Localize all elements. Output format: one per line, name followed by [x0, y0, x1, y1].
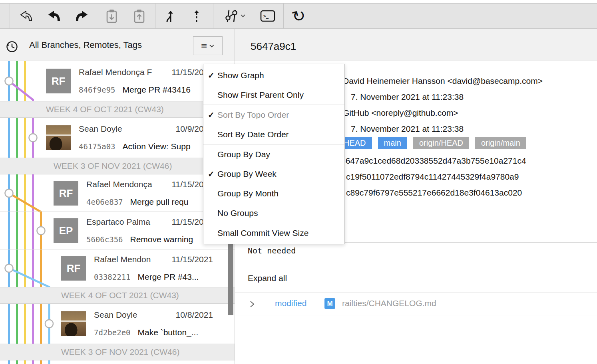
menu-item-sort-by-date-order[interactable]: Sort By Date Order — [203, 125, 344, 144]
commit-message: Remove warning — [130, 234, 193, 245]
group-header: WEEK 4 OF OCT 2021 (CW43) — [0, 101, 235, 118]
commit-message: Make `button_... — [138, 327, 199, 338]
menu-item-no-groups[interactable]: No Groups — [203, 203, 344, 223]
toolbar-separator — [283, 4, 284, 28]
branch-filter-label[interactable]: All Branches, Remotes, Tags — [29, 40, 142, 50]
avatar — [46, 125, 71, 150]
commit-row[interactable]: RF Rafael Mendon 11/15/2021 03382211 Mer… — [0, 249, 235, 287]
full-commit-hash: 5647a9c1ced68d20338552d47a3b755e10a271c4 — [341, 155, 526, 166]
author-name: Rafael Mendon — [94, 254, 161, 265]
menu-item-label: Show Graph — [217, 71, 264, 80]
menu-item-label: Group By Month — [217, 189, 279, 198]
commit-message-body: Not needed — [248, 245, 296, 256]
group-header-label: WEEK 4 OF OCT 2021 (CW43) — [46, 105, 164, 114]
chevron-right-icon[interactable] — [249, 301, 255, 308]
ref-badge-origin-main[interactable]: origin/main — [475, 137, 526, 149]
menu-item-label: Group By Day — [217, 150, 270, 159]
group-header: WEEK 4 OF OCT 2021 (CW43) — [0, 287, 235, 304]
graph-filter-button[interactable] — [222, 4, 248, 28]
commit-message: Merge PR #43416 — [123, 85, 191, 95]
graph-filter-icon — [223, 9, 247, 23]
file-path: railties/CHANGELOG.md — [342, 299, 436, 308]
expand-all-button[interactable]: Expand all — [248, 273, 287, 283]
commit-row[interactable]: Sean Doyle 10/9/2021 46175a03 Action Vie… — [0, 118, 235, 158]
checkmark-icon: ✓ — [208, 105, 215, 125]
redo-filled-icon — [74, 10, 89, 22]
group-header-label: WEEK 3 OF NOV 2021 (CW46) — [54, 161, 172, 171]
menu-item-sort-by-topo-order[interactable]: ✓ Sort By Topo Order — [203, 105, 344, 125]
avatar: RF — [54, 181, 78, 206]
dashed-up-arrow-icon — [192, 9, 201, 23]
menu-item-label: Sort By Date Order — [217, 130, 289, 139]
group-header: WEEK 3 OF NOV 2021 (CW46) — [0, 158, 235, 174]
clipboard-up-icon — [132, 8, 146, 24]
menu-item-label: Show First Parent Only — [217, 90, 304, 100]
merge-arrow-icon — [163, 9, 176, 23]
undo-button[interactable] — [45, 4, 64, 28]
file-status-label: modified — [275, 299, 306, 308]
ref-badge-main[interactable]: main — [378, 137, 407, 149]
ref-badges: HEAD main origin/HEAD origin/main — [338, 137, 526, 149]
author-line: David Heinemeier Hansson <david@basecamp… — [343, 75, 543, 86]
author-name: Rafael Mendonça F — [79, 67, 161, 77]
terminal-icon: >_ — [260, 10, 276, 22]
commit-row[interactable]: EP Espartaco Palma 11/15/2021 5606c356 R… — [0, 212, 235, 249]
discard-button[interactable] — [17, 4, 36, 28]
hamburger-icon: ≡ — [201, 41, 207, 51]
app-window: >_ ↻ All Branches, Remotes, Tags ≡ 5647a… — [0, 0, 597, 364]
menu-item-small-commit-view-size[interactable]: Small Commit View Size — [203, 223, 344, 243]
view-options-button[interactable]: ≡ — [193, 36, 223, 55]
committer-line: GitHub <noreply@github.com> — [343, 107, 458, 118]
toolbar-separator — [155, 4, 155, 28]
author-name: Rafael Mendonça — [86, 179, 161, 190]
commit-hash: 46175a03 — [79, 141, 115, 152]
menu-item-group-by-week[interactable]: ✓ Group By Week — [203, 164, 344, 184]
redo-button[interactable] — [72, 4, 91, 28]
menu-item-group-by-month[interactable]: Group By Month — [203, 184, 344, 203]
group-header-label: WEEK 4 OF OCT 2021 (CW43) — [61, 291, 179, 300]
commit-row[interactable]: Sean Doyle 10/8/2021 7d2be2e0 Make `butt… — [0, 304, 235, 344]
author-name: Sean Doyle — [79, 124, 161, 134]
group-header: WEEK 3 OF NOV 2021 (CW46) — [0, 344, 235, 360]
commit-title: 5647a9c1 — [251, 40, 296, 53]
menu-item-show-graph[interactable]: ✓ Show Graph — [203, 65, 344, 85]
clipboard-down-icon — [104, 8, 119, 24]
menu-item-label: No Groups — [217, 208, 258, 218]
author-name: Sean Doyle — [94, 310, 161, 320]
commit-row[interactable]: RF Rafael Mendonça 11/15/2021 4e06e837 M… — [0, 174, 235, 212]
menu-item-show-first-parent-only[interactable]: Show First Parent Only — [203, 85, 344, 105]
section-separator — [235, 315, 597, 315]
commit-date-line: 7. November 2021 at 11:23:38 — [351, 123, 464, 134]
menu-item-label: Group By Week — [217, 169, 277, 179]
ref-badge-origin-head[interactable]: origin/HEAD — [413, 137, 469, 149]
commit-hash: 7d2be2e0 — [94, 327, 131, 338]
avatar: RF — [46, 69, 71, 93]
commit-hash: 5606c356 — [86, 234, 123, 245]
refresh-button[interactable]: ↻ — [290, 4, 308, 28]
menu-item-group-by-day[interactable]: Group By Day — [203, 144, 344, 164]
commit-date: 10/8/2021 — [176, 310, 213, 320]
stash-pop-button[interactable] — [131, 4, 147, 28]
commit-date: 11/15/2021 — [171, 254, 213, 265]
stash-save-button[interactable] — [103, 4, 119, 28]
push-button[interactable] — [189, 4, 205, 28]
group-header-label: WEEK 3 OF NOV 2021 (CW46) — [61, 347, 179, 357]
refresh-icon: ↻ — [291, 6, 308, 25]
commit-row[interactable]: RF Rafael Mendonça F 11/15/2021 846f9e95… — [0, 61, 235, 101]
terminal-button[interactable]: >_ — [259, 4, 277, 28]
view-options-menu: ✓ Show Graph Show First Parent Only ✓ So… — [203, 64, 345, 244]
avatar: RF — [61, 256, 86, 281]
avatar — [61, 311, 86, 336]
toolbar-separator — [10, 4, 10, 28]
undo-filled-icon — [47, 10, 62, 22]
commit-hash: 03382211 — [94, 272, 131, 282]
commit-hash: 4e06e837 — [86, 197, 123, 207]
history-icon[interactable] — [4, 40, 19, 54]
svg-text:>_: >_ — [263, 14, 269, 19]
avatar: EP — [54, 218, 78, 243]
file-row[interactable]: modified M railties/CHANGELOG.md — [235, 293, 597, 315]
merge-button[interactable] — [161, 4, 177, 28]
commit-message: Merge PR #43... — [138, 272, 199, 282]
author-date-line: 7. November 2021 at 11:23:38 — [351, 91, 464, 102]
parent-hash: c89c79f6797e555217e6662d18e3f04613ac020 — [346, 187, 522, 198]
